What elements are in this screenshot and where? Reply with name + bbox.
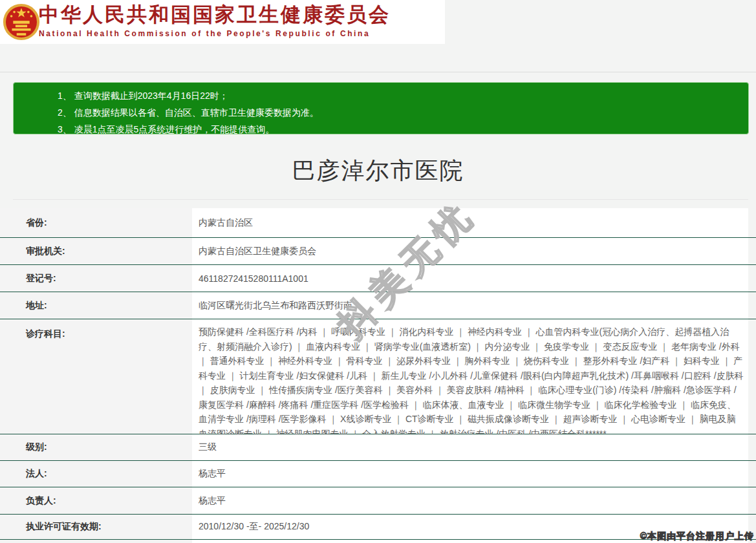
field-value: 杨志平	[192, 461, 748, 487]
hospital-name-title: 巴彦淖尔市医院	[0, 155, 756, 187]
table-row-partial	[0, 540, 756, 543]
page: 中华人民共和国国家卫生健康委员会 National Health Commiss…	[0, 0, 756, 543]
header-divider	[0, 72, 756, 72]
table-row-legal-person: 法人: 杨志平	[0, 461, 756, 487]
table-row-address: 地址: 临河区曙光街北乌兰布和路西沃野街南	[0, 292, 756, 319]
field-label: 法人:	[0, 461, 192, 487]
field-label: 执业许可证有效期:	[0, 515, 192, 539]
field-value: 杨志平	[192, 487, 748, 514]
field-label: 地址:	[0, 292, 192, 319]
hospital-info-table: 省份: 内蒙古自治区 审批机关: 内蒙古自治区卫生健康委员会 登记号: 4611…	[0, 208, 756, 543]
national-emblem-icon	[3, 1, 40, 43]
table-row-person-in-charge: 负责人: 杨志平	[0, 487, 756, 515]
field-value: 临河区曙光街北乌兰布和路西沃野街南	[192, 292, 748, 319]
site-title-english: National Health Commission of the People…	[39, 29, 440, 38]
field-value: 预防保健科 /全科医疗科 /内科 ｜ 呼吸内科专业 ｜ 消化内科专业 ｜ 神经内…	[192, 319, 748, 434]
table-row-medical-subjects: 诊疗科目: 预防保健科 /全科医疗科 /内科 ｜ 呼吸内科专业 ｜ 消化内科专业…	[0, 319, 756, 434]
field-label: 负责人:	[0, 487, 192, 514]
field-value: 内蒙古自治区卫生健康委员会	[192, 238, 748, 264]
field-label: 登记号:	[0, 265, 192, 292]
notice-line-3: 3、 凌晨1点至凌晨5点系统进行维护，不能提供查询。	[58, 121, 742, 138]
field-value: 2010/12/30 -至- 2025/12/30	[192, 515, 748, 539]
table-row-approval-authority: 审批机关: 内蒙古自治区卫生健康委员会	[0, 238, 756, 265]
field-label: 省份:	[0, 208, 192, 237]
field-value: 内蒙古自治区	[192, 208, 748, 237]
table-row-registration-number: 登记号: 46118272415280111A1001	[0, 265, 756, 292]
header-titles: 中华人民共和国国家卫生健康委员会 National Health Commiss…	[39, 3, 440, 38]
field-label: 审批机关:	[0, 238, 192, 264]
notice-box: 1、 查询数据截止到2023年4月16日22时； 2、 信息数据结果以各省、自治…	[13, 82, 749, 134]
field-label: 诊疗科目:	[0, 319, 192, 434]
field-value: 46118272415280111A1001	[192, 265, 748, 292]
field-value: 三级	[192, 434, 748, 460]
table-row-level: 级别: 三级	[0, 434, 756, 461]
notice-line-2: 2、 信息数据结果以各省、自治区、直辖市卫生健康委数据为准。	[58, 104, 742, 121]
site-title-chinese: 中华人民共和国国家卫生健康委员会	[39, 3, 440, 27]
section-divider	[13, 199, 748, 200]
site-header: 中华人民共和国国家卫生健康委员会 National Health Commiss…	[0, 0, 445, 44]
table-row-license-validity: 执业许可证有效期: 2010/12/30 -至- 2025/12/30	[0, 515, 756, 540]
table-row-province: 省份: 内蒙古自治区	[0, 208, 756, 238]
field-label: 级别:	[0, 434, 192, 460]
notice-line-1: 1、 查询数据截止到2023年4月16日22时；	[58, 87, 742, 104]
